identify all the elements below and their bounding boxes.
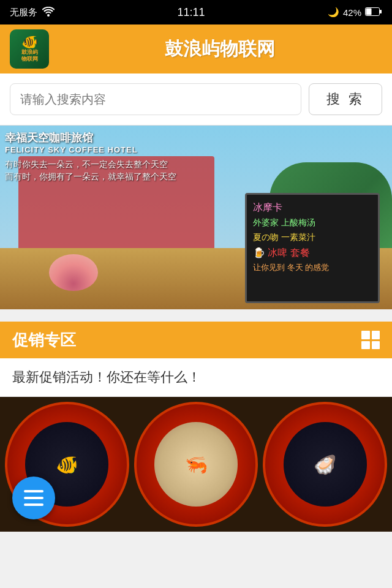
- search-area: 搜 索: [0, 74, 392, 126]
- hotel-name-en: FELICITY SKY COFFEE HOTEL: [5, 145, 138, 154]
- status-left: 无服务: [10, 7, 55, 18]
- status-bar: 无服务 11:11 🌙 42%: [0, 0, 392, 24]
- chalk-line-3: 夏の吻 一素菜汁: [253, 232, 372, 244]
- chalkboard-sign: 冰摩卡 外婆家 上酸梅汤 夏の吻 一素菜汁 🍺 冰啤 套餐 让你见到 冬天 的感…: [245, 193, 380, 303]
- moon-icon: 🌙: [328, 7, 339, 18]
- basin-2-content: 🦐: [154, 422, 238, 506]
- basin-3-content: 🦪: [284, 422, 367, 506]
- search-button[interactable]: 搜 索: [309, 83, 382, 115]
- hero-tagline-2: 而有时，你拥有了一朵云，就幸福了整个天空: [5, 172, 176, 183]
- chalk-line-4: 🍺 冰啤 套餐: [253, 246, 372, 260]
- menu-button[interactable]: [12, 477, 55, 519]
- time-display: 11:11: [177, 6, 205, 19]
- grid-cell-1: [361, 331, 370, 339]
- seafood-banner: 🐠 🦐 🦪: [0, 397, 392, 532]
- chalk-line-2: 外婆家 上酸梅汤: [253, 217, 372, 229]
- grid-cell-2: [372, 331, 380, 339]
- chalk-line-1: 冰摩卡: [253, 201, 372, 214]
- promo-subtitle: 最新促销活动！你还在等什么！: [0, 358, 392, 397]
- hotel-name: 幸福天空咖啡旅馆: [5, 130, 93, 145]
- carrier-label: 无服务: [10, 7, 37, 18]
- hero-scene: 幸福天空咖啡旅馆 FELICITY SKY COFFEE HOTEL 有时你失去…: [0, 126, 392, 309]
- seafood-bg: 🐠 🦐 🦪: [0, 397, 392, 532]
- logo-fish-icon: 🐠: [21, 36, 38, 49]
- status-right: 🌙 42%: [328, 7, 382, 18]
- search-input[interactable]: [10, 83, 301, 115]
- hero-tagline-1: 有时你失去一朵云，不一定会失去整个天空: [5, 159, 168, 170]
- grid-cell-3: [361, 341, 370, 350]
- grid-cell-4: [372, 341, 380, 350]
- app-title: 鼓浪屿物联网: [58, 37, 382, 62]
- promo-title: 促销专区: [12, 330, 76, 351]
- grid-view-icon[interactable]: [361, 331, 380, 349]
- battery-icon: [365, 7, 382, 18]
- promo-header: 促销专区: [0, 322, 392, 358]
- hero-banner: 幸福天空咖啡旅馆 FELICITY SKY COFFEE HOTEL 有时你失去…: [0, 126, 392, 309]
- hamburger-icon: [24, 490, 43, 506]
- app-header: 🐠 鼓浪屿物联网 鼓浪屿物联网: [0, 24, 392, 74]
- chalk-line-5: 让你见到 冬天 的感觉: [253, 262, 372, 273]
- logo-text: 鼓浪屿物联网: [21, 49, 38, 62]
- svg-rect-1: [366, 8, 371, 15]
- battery-label: 42%: [343, 7, 361, 18]
- divider: [0, 309, 392, 322]
- wifi-icon: [42, 7, 55, 18]
- app-logo: 🐠 鼓浪屿物联网: [10, 29, 49, 69]
- svg-rect-2: [380, 10, 382, 13]
- seafood-basin-3: 🦪: [263, 402, 387, 527]
- seafood-basin-2: 🦐: [134, 402, 258, 527]
